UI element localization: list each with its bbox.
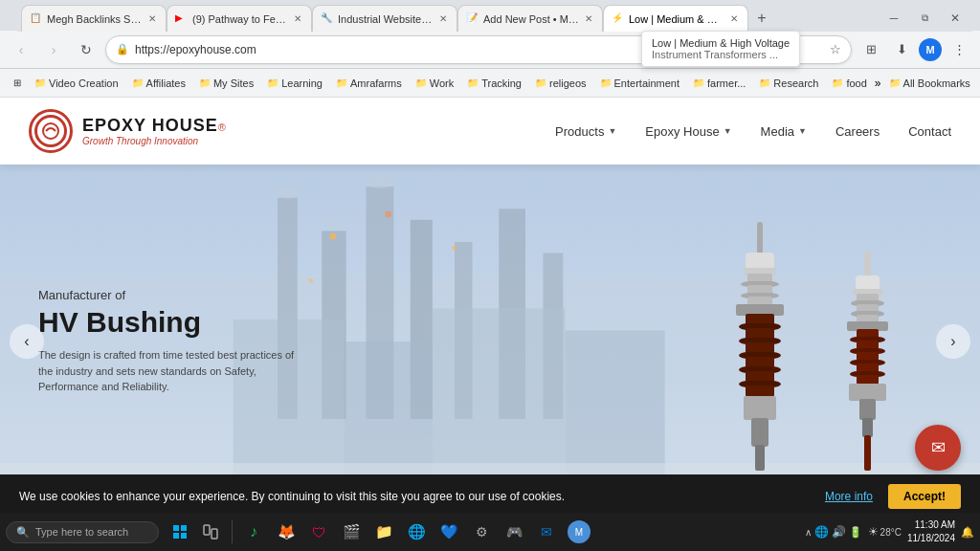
taskbar-mail[interactable]: ✉ <box>531 517 562 547</box>
taskbar-vscode[interactable]: 💙 <box>434 517 464 547</box>
secure-lock-icon: 🔒 <box>116 43 129 55</box>
system-tray-icons: ∧ 🌐 🔊 🔋 <box>805 525 862 539</box>
tab-5[interactable]: ⚡ Low | Medium & High Volt... ✕ <box>603 5 748 32</box>
bookmark-folder-icon-9: 📁 <box>600 77 612 88</box>
cookie-more-info-link[interactable]: More info <box>825 490 873 503</box>
avatar-initial: M <box>575 527 583 538</box>
notification-icon[interactable]: 🔔 <box>961 526 974 539</box>
all-bookmarks[interactable]: 📁 All Bookmarks <box>883 75 976 92</box>
all-bookmarks-folder-icon: 📁 <box>889 77 901 88</box>
bookmark-folder-icon-2: 📁 <box>132 77 144 88</box>
reload-button[interactable]: ↻ <box>73 36 100 63</box>
battery-icon[interactable]: 🔋 <box>849 526 862 539</box>
taskbar-games[interactable]: 🎮 <box>499 517 529 547</box>
network-icon[interactable]: 🌐 <box>814 525 829 539</box>
tab-4[interactable]: 📝 Add New Post • Megh Tech... ✕ <box>457 5 603 32</box>
avatar-circle: M <box>568 520 590 543</box>
windows-start-button[interactable] <box>165 517 195 547</box>
tab-title-2: (9) Pathway to Feeling (111... <box>192 13 288 25</box>
tab-2[interactable]: ▶ (9) Pathway to Feeling (111... ✕ <box>167 5 312 32</box>
chevron-left-icon: ‹ <box>24 333 29 350</box>
tab-3[interactable]: 🔧 Industrial Website Correctio... ✕ <box>312 5 457 32</box>
taskbar-shield[interactable]: 🛡 <box>303 517 334 547</box>
spotify-icon: ♪ <box>250 523 257 540</box>
bookmark-folder-icon: 📁 <box>34 77 46 88</box>
close-button[interactable]: ✕ <box>942 5 969 32</box>
vscode-icon: 💙 <box>440 523 458 540</box>
site-logo[interactable]: EPOXY HOUSE ® Growth Through Innovation <box>29 109 226 153</box>
nav-products[interactable]: Products ▼ <box>555 124 616 139</box>
more-bookmarks-icon[interactable]: » <box>875 77 881 90</box>
tab-close-2[interactable]: ✕ <box>292 12 303 25</box>
bookmark-item-apps[interactable]: ⊞ <box>8 75 27 91</box>
tooltip-subtitle: Instrument Transformers ... <box>652 49 790 60</box>
caret-icon[interactable]: ∧ <box>805 527 812 538</box>
temperature-value: 28°C <box>880 527 902 538</box>
speaker-icon[interactable]: 🔊 <box>832 525 846 539</box>
firefox-icon: 🦊 <box>278 523 296 540</box>
logo-registered-mark: ® <box>218 121 226 133</box>
tab-close-5[interactable]: ✕ <box>728 12 740 25</box>
taskbar-clock[interactable]: 11:30 AM 11/18/2024 <box>907 518 955 545</box>
task-view-button[interactable] <box>195 517 226 547</box>
downloads-icon[interactable]: ⬇ <box>888 36 915 63</box>
taskbar-spotify[interactable]: ♪ <box>238 517 269 547</box>
taskbar-search[interactable]: 🔍 Type here to search <box>6 521 159 543</box>
bookmark-learning-label: Learning <box>281 77 323 89</box>
tab-title-1: Megh Backlinks Sorted - G... <box>47 13 143 25</box>
tab-favicon-3: 🔧 <box>321 12 334 26</box>
svg-point-14 <box>277 186 299 199</box>
extensions-button[interactable]: ⊞ <box>858 36 884 63</box>
bookmark-my-sites[interactable]: 📁 My Sites <box>193 75 259 92</box>
bookmark-work[interactable]: 📁 Work <box>410 75 459 92</box>
sun-icon: ☀ <box>868 525 879 539</box>
tab-close-3[interactable]: ✕ <box>437 12 449 25</box>
bookmark-religeos[interactable]: 📁 religeos <box>529 75 592 92</box>
restore-button[interactable]: ⧉ <box>911 5 938 32</box>
minimize-button[interactable]: ─ <box>880 5 907 32</box>
bookmark-research[interactable]: 📁 Research <box>753 75 824 92</box>
bookmark-video-creation[interactable]: 📁 Video Creation <box>29 75 124 92</box>
bookmark-religeos-label: religeos <box>549 77 587 89</box>
logo-circle-outer <box>29 109 73 153</box>
bookmark-tracking[interactable]: 📁 Tracking <box>461 75 527 92</box>
taskbar-firefox[interactable]: 🦊 <box>271 517 301 547</box>
svg-point-0 <box>43 123 58 139</box>
tab-1[interactable]: 📋 Megh Backlinks Sorted - G... ✕ <box>21 5 167 32</box>
bookmark-food[interactable]: 📁 food <box>826 75 872 92</box>
profile-avatar[interactable]: M <box>919 38 942 61</box>
taskbar-chrome[interactable]: 🌐 <box>401 517 432 547</box>
slider-arrow-left[interactable]: ‹ <box>10 324 44 359</box>
taskbar-settings[interactable]: ⚙ <box>466 517 497 547</box>
forward-button[interactable]: › <box>40 36 67 63</box>
tab-close-1[interactable]: ✕ <box>146 12 158 25</box>
svg-rect-42 <box>744 396 776 420</box>
tab-close-4[interactable]: ✕ <box>583 12 594 25</box>
new-tab-button[interactable]: + <box>748 5 775 32</box>
nav-epoxy-house-arrow: ▼ <box>724 126 732 136</box>
cookie-accept-button[interactable]: Accept! <box>888 484 961 509</box>
nav-epoxy-house[interactable]: Epoxy House ▼ <box>645 124 731 139</box>
title-bar: 📋 Megh Backlinks Sorted - G... ✕ ▶ (9) P… <box>0 0 980 31</box>
svg-rect-46 <box>856 276 880 291</box>
bookmark-research-label: Research <box>773 77 818 89</box>
taskbar-video[interactable]: 🎬 <box>336 517 367 547</box>
hero-subtitle: Manufacturer of <box>38 288 306 302</box>
bookmark-entertainment[interactable]: 📁 Entertainment <box>594 75 685 92</box>
bookmark-farmer[interactable]: 📁 farmer... <box>687 75 751 92</box>
taskbar-folder[interactable]: 📁 <box>368 517 399 547</box>
slider-arrow-right[interactable]: › <box>936 324 970 359</box>
star-icon[interactable]: ☆ <box>830 42 841 56</box>
taskbar-user-avatar[interactable]: M <box>564 517 594 547</box>
bookmark-affiliates[interactable]: 📁 Affiliates <box>126 75 191 92</box>
nav-media[interactable]: Media ▼ <box>761 124 807 139</box>
bookmark-folder-icon-5: 📁 <box>336 77 347 88</box>
bookmark-learning[interactable]: 📁 Learning <box>261 75 328 92</box>
nav-careers[interactable]: Careers <box>835 124 880 139</box>
browser-window: 📋 Megh Backlinks Sorted - G... ✕ ▶ (9) P… <box>0 0 980 98</box>
email-fab-button[interactable]: ✉ <box>915 425 961 471</box>
menu-button[interactable]: ⋮ <box>946 36 972 63</box>
back-button[interactable]: ‹ <box>8 36 34 63</box>
nav-contact[interactable]: Contact <box>908 124 951 139</box>
bookmark-amrafarms[interactable]: 📁 Amrafarms <box>330 75 408 92</box>
